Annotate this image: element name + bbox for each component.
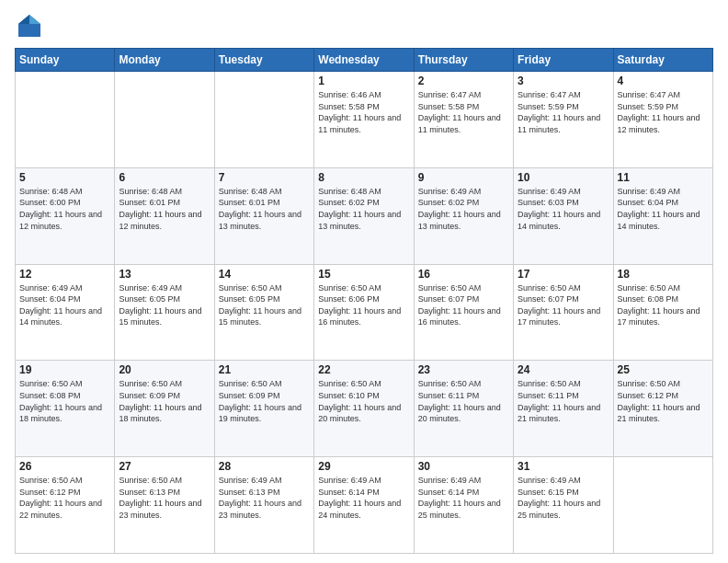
cell-day-number: 1 xyxy=(318,75,409,87)
cell-info-text: Sunrise: 6:49 AM Sunset: 6:02 PM Dayligh… xyxy=(418,186,509,232)
cell-info-text: Sunrise: 6:50 AM Sunset: 6:13 PM Dayligh… xyxy=(119,475,210,521)
cell-day-number: 5 xyxy=(19,171,110,184)
cell-day-number: 16 xyxy=(418,268,509,281)
cell-info-text: Sunrise: 6:50 AM Sunset: 6:08 PM Dayligh… xyxy=(19,378,110,424)
calendar-cell: 13Sunrise: 6:49 AM Sunset: 6:05 PM Dayli… xyxy=(115,264,214,361)
logo-icon xyxy=(15,11,44,40)
calendar-cell: 15Sunrise: 6:50 AM Sunset: 6:06 PM Dayli… xyxy=(314,264,414,361)
cell-info-text: Sunrise: 6:48 AM Sunset: 6:02 PM Dayligh… xyxy=(318,186,409,232)
calendar-cell: 2Sunrise: 6:47 AM Sunset: 5:58 PM Daylig… xyxy=(414,72,513,168)
weekday-header-friday: Friday xyxy=(514,49,613,72)
calendar-cell: 7Sunrise: 6:48 AM Sunset: 6:01 PM Daylig… xyxy=(214,167,313,264)
calendar-cell: 24Sunrise: 6:50 AM Sunset: 6:11 PM Dayli… xyxy=(514,361,613,457)
calendar-cell: 30Sunrise: 6:49 AM Sunset: 6:14 PM Dayli… xyxy=(414,457,513,554)
cell-day-number: 7 xyxy=(219,171,310,184)
calendar-cell: 11Sunrise: 6:49 AM Sunset: 6:04 PM Dayli… xyxy=(613,167,712,264)
calendar-cell: 23Sunrise: 6:50 AM Sunset: 6:11 PM Dayli… xyxy=(414,361,513,457)
cell-day-number: 30 xyxy=(418,460,509,473)
calendar-table: SundayMondayTuesdayWednesdayThursdayFrid… xyxy=(15,48,713,554)
cell-info-text: Sunrise: 6:50 AM Sunset: 6:09 PM Dayligh… xyxy=(119,378,210,424)
cell-info-text: Sunrise: 6:49 AM Sunset: 6:15 PM Dayligh… xyxy=(518,475,609,521)
calendar-cell: 20Sunrise: 6:50 AM Sunset: 6:09 PM Dayli… xyxy=(115,361,214,457)
cell-day-number: 18 xyxy=(618,268,709,281)
calendar-cell: 27Sunrise: 6:50 AM Sunset: 6:13 PM Dayli… xyxy=(115,457,214,554)
calendar-cell: 6Sunrise: 6:48 AM Sunset: 6:01 PM Daylig… xyxy=(115,167,214,264)
cell-day-number: 27 xyxy=(119,460,210,473)
weekday-header-saturday: Saturday xyxy=(613,49,712,72)
cell-day-number: 11 xyxy=(618,171,709,184)
calendar-cell: 5Sunrise: 6:48 AM Sunset: 6:00 PM Daylig… xyxy=(16,167,115,264)
calendar-cell: 16Sunrise: 6:50 AM Sunset: 6:07 PM Dayli… xyxy=(414,264,513,361)
cell-day-number: 14 xyxy=(219,268,310,281)
cell-info-text: Sunrise: 6:50 AM Sunset: 6:10 PM Dayligh… xyxy=(318,378,409,424)
header xyxy=(15,11,713,40)
cell-info-text: Sunrise: 6:47 AM Sunset: 5:59 PM Dayligh… xyxy=(618,89,709,135)
cell-info-text: Sunrise: 6:50 AM Sunset: 6:09 PM Dayligh… xyxy=(219,378,310,424)
calendar-cell: 3Sunrise: 6:47 AM Sunset: 5:59 PM Daylig… xyxy=(514,72,613,168)
cell-info-text: Sunrise: 6:50 AM Sunset: 6:07 PM Dayligh… xyxy=(418,282,509,328)
cell-day-number: 20 xyxy=(119,363,210,376)
calendar-cell: 9Sunrise: 6:49 AM Sunset: 6:02 PM Daylig… xyxy=(414,167,513,264)
cell-info-text: Sunrise: 6:49 AM Sunset: 6:04 PM Dayligh… xyxy=(19,282,110,328)
calendar-cell: 4Sunrise: 6:47 AM Sunset: 5:59 PM Daylig… xyxy=(613,72,712,168)
cell-day-number: 24 xyxy=(518,363,609,376)
cell-day-number: 17 xyxy=(518,268,609,281)
cell-day-number: 15 xyxy=(318,268,409,281)
calendar-cell: 25Sunrise: 6:50 AM Sunset: 6:12 PM Dayli… xyxy=(613,361,712,457)
cell-info-text: Sunrise: 6:50 AM Sunset: 6:11 PM Dayligh… xyxy=(418,378,509,424)
cell-day-number: 9 xyxy=(418,171,509,184)
cell-day-number: 22 xyxy=(318,363,409,376)
calendar-cell: 10Sunrise: 6:49 AM Sunset: 6:03 PM Dayli… xyxy=(514,167,613,264)
calendar-cell: 22Sunrise: 6:50 AM Sunset: 6:10 PM Dayli… xyxy=(314,361,414,457)
cell-day-number: 21 xyxy=(219,363,310,376)
cell-day-number: 28 xyxy=(219,460,310,473)
cell-info-text: Sunrise: 6:49 AM Sunset: 6:14 PM Dayligh… xyxy=(418,475,509,521)
calendar-cell: 29Sunrise: 6:49 AM Sunset: 6:14 PM Dayli… xyxy=(314,457,414,554)
cell-day-number: 19 xyxy=(19,363,110,376)
cell-info-text: Sunrise: 6:50 AM Sunset: 6:07 PM Dayligh… xyxy=(518,282,609,328)
weekday-header-thursday: Thursday xyxy=(414,49,513,72)
calendar-cell: 26Sunrise: 6:50 AM Sunset: 6:12 PM Dayli… xyxy=(16,457,115,554)
weekday-header-tuesday: Tuesday xyxy=(214,49,313,72)
cell-info-text: Sunrise: 6:50 AM Sunset: 6:12 PM Dayligh… xyxy=(618,378,709,424)
calendar-cell: 31Sunrise: 6:49 AM Sunset: 6:15 PM Dayli… xyxy=(514,457,613,554)
cell-day-number: 23 xyxy=(418,363,509,376)
cell-info-text: Sunrise: 6:49 AM Sunset: 6:03 PM Dayligh… xyxy=(518,186,609,232)
cell-day-number: 12 xyxy=(19,268,110,281)
cell-info-text: Sunrise: 6:50 AM Sunset: 6:05 PM Dayligh… xyxy=(219,282,310,328)
cell-info-text: Sunrise: 6:47 AM Sunset: 5:58 PM Dayligh… xyxy=(418,89,509,135)
weekday-header-wednesday: Wednesday xyxy=(314,49,414,72)
weekday-header-sunday: Sunday xyxy=(16,49,115,72)
cell-day-number: 29 xyxy=(318,460,409,473)
cell-info-text: Sunrise: 6:50 AM Sunset: 6:11 PM Dayligh… xyxy=(518,378,609,424)
cell-info-text: Sunrise: 6:50 AM Sunset: 6:06 PM Dayligh… xyxy=(318,282,409,328)
calendar-cell xyxy=(214,72,313,168)
calendar-cell: 18Sunrise: 6:50 AM Sunset: 6:08 PM Dayli… xyxy=(613,264,712,361)
svg-marker-2 xyxy=(18,15,29,24)
calendar-cell: 21Sunrise: 6:50 AM Sunset: 6:09 PM Dayli… xyxy=(214,361,313,457)
cell-day-number: 2 xyxy=(418,75,509,87)
cell-info-text: Sunrise: 6:48 AM Sunset: 6:01 PM Dayligh… xyxy=(119,186,210,232)
calendar-cell: 17Sunrise: 6:50 AM Sunset: 6:07 PM Dayli… xyxy=(514,264,613,361)
svg-marker-1 xyxy=(29,15,40,24)
calendar-cell: 12Sunrise: 6:49 AM Sunset: 6:04 PM Dayli… xyxy=(16,264,115,361)
cell-info-text: Sunrise: 6:47 AM Sunset: 5:59 PM Dayligh… xyxy=(518,89,609,135)
cell-info-text: Sunrise: 6:46 AM Sunset: 5:58 PM Dayligh… xyxy=(318,89,409,135)
calendar-cell: 14Sunrise: 6:50 AM Sunset: 6:05 PM Dayli… xyxy=(214,264,313,361)
calendar-cell xyxy=(613,457,712,554)
cell-day-number: 31 xyxy=(518,460,609,473)
cell-day-number: 10 xyxy=(518,171,609,184)
logo xyxy=(15,11,48,40)
cell-day-number: 8 xyxy=(318,171,409,184)
calendar-cell: 28Sunrise: 6:49 AM Sunset: 6:13 PM Dayli… xyxy=(214,457,313,554)
calendar-cell: 1Sunrise: 6:46 AM Sunset: 5:58 PM Daylig… xyxy=(314,72,414,168)
cell-info-text: Sunrise: 6:48 AM Sunset: 6:01 PM Dayligh… xyxy=(219,186,310,232)
calendar-cell xyxy=(115,72,214,168)
cell-info-text: Sunrise: 6:50 AM Sunset: 6:08 PM Dayligh… xyxy=(618,282,709,328)
cell-day-number: 6 xyxy=(119,171,210,184)
calendar-week-row: 19Sunrise: 6:50 AM Sunset: 6:08 PM Dayli… xyxy=(16,361,713,457)
calendar-cell xyxy=(16,72,115,168)
cell-info-text: Sunrise: 6:49 AM Sunset: 6:14 PM Dayligh… xyxy=(318,475,409,521)
calendar-cell: 19Sunrise: 6:50 AM Sunset: 6:08 PM Dayli… xyxy=(16,361,115,457)
calendar-week-row: 26Sunrise: 6:50 AM Sunset: 6:12 PM Dayli… xyxy=(16,457,713,554)
